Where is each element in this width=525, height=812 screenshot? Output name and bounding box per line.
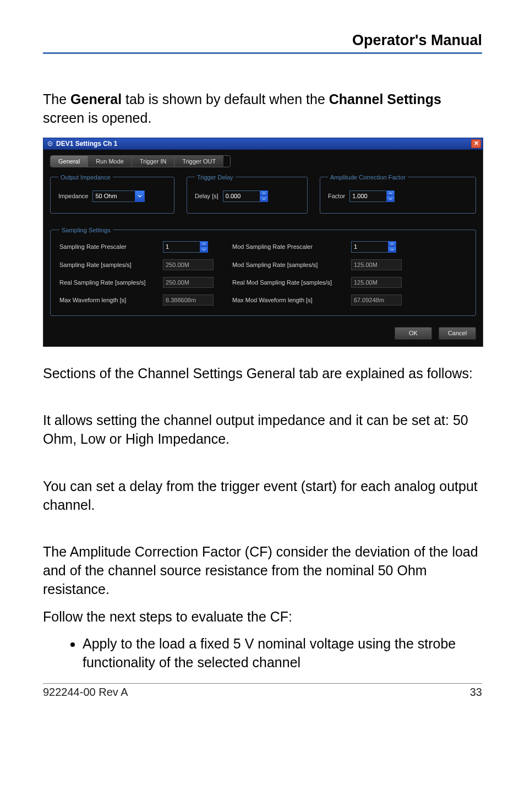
intro-bold1: General (70, 91, 122, 107)
group-legend: Sampling Settings (59, 227, 113, 233)
cancel-button[interactable]: Cancel (439, 327, 476, 340)
group-trigger-delay: Trigger Delay Delay [s] (187, 174, 308, 214)
spinner-buttons (200, 241, 208, 253)
dialog-body: General Run Mode Trigger IN Trigger OUT … (43, 150, 483, 347)
cf-steps-list: Apply to the load a fixed 5 V nominal vo… (43, 635, 482, 672)
samp-label: Mod Sampling Rate [samples/s] (232, 261, 348, 268)
mod-prescaler-value[interactable] (351, 241, 389, 253)
footer: 922244-00 Rev A 33 (43, 684, 482, 699)
delay-label: Delay [s] (195, 193, 218, 199)
intro-text: The (43, 91, 70, 107)
samp-label: Mod Sampling Rate Prescaler (232, 243, 348, 250)
dialog-title: DEV1 Settings Ch 1 (56, 140, 117, 148)
chevron-down-icon[interactable] (200, 247, 208, 253)
group-output-impedance: Output Impedance Impedance (50, 174, 174, 214)
spinner-buttons (260, 190, 268, 202)
para-cf-intro: Follow the next steps to evaluate the CF… (43, 608, 482, 626)
titlebar: DEV1 Settings Ch 1 ✕ (43, 138, 483, 150)
factor-label: Factor (328, 193, 345, 199)
delay-row: Delay [s] (195, 190, 299, 202)
para-delay: You can set a delay from the trigger eve… (43, 477, 482, 515)
group-legend: Amplitude Correction Factor (328, 174, 408, 181)
samp-label: Max Mod Waveform length [s] (232, 297, 348, 303)
tab-run-mode[interactable]: Run Mode (88, 156, 132, 167)
samp-label: Max Waveform length [s] (59, 297, 160, 303)
close-button[interactable]: ✕ (471, 139, 481, 148)
intro-text: screen is opened. (43, 110, 151, 126)
samp-label: Real Mod Sampling Rate [samples/s] (232, 279, 348, 286)
intro-text: tab is shown by default when the (122, 91, 329, 107)
tab-general[interactable]: General (51, 156, 88, 167)
tab-trigger-in[interactable]: Trigger IN (132, 156, 175, 167)
close-icon: ✕ (474, 140, 479, 146)
groups-row: Output Impedance Impedance Trigger Delay (50, 174, 476, 214)
max-mod-wave-len-value (351, 295, 402, 306)
intro-paragraph: The General tab is shown by default when… (43, 90, 482, 128)
factor-row: Factor (328, 190, 468, 202)
impedance-value[interactable] (92, 190, 135, 202)
settings-dialog: DEV1 Settings Ch 1 ✕ General Run Mode Tr… (43, 138, 483, 347)
factor-value[interactable] (349, 190, 387, 202)
samp-label: Sampling Rate [samples/s] (59, 261, 160, 268)
list-item: Apply to the load a fixed 5 V nominal vo… (83, 635, 482, 672)
delay-value[interactable] (223, 190, 260, 202)
spinner-buttons (386, 190, 395, 202)
factor-spinner[interactable] (349, 190, 395, 202)
para-cf: The Amplitude Correction Factor (CF) con… (43, 543, 482, 598)
gear-icon (47, 140, 53, 147)
delay-spinner[interactable] (223, 190, 268, 202)
chevron-down-icon[interactable] (386, 196, 395, 202)
samp-prescaler-value[interactable] (163, 241, 200, 253)
samp-label: Sampling Rate Prescaler (59, 243, 160, 250)
button-bar: OK Cancel (50, 327, 476, 340)
samp-label: Real Sampling Rate [samples/s] (59, 279, 160, 286)
spinner-buttons (388, 241, 396, 253)
impedance-row: Impedance (58, 190, 166, 202)
impedance-select[interactable] (92, 190, 145, 202)
real-mod-samp-rate-value (351, 277, 402, 288)
tab-strip: General Run Mode Trigger IN Trigger OUT (50, 155, 231, 167)
group-amplitude-correction: Amplitude Correction Factor Factor (320, 174, 476, 214)
samp-rate-value (163, 259, 214, 270)
max-wave-len-value (163, 295, 214, 306)
svg-point-1 (50, 143, 51, 144)
real-samp-rate-value (163, 277, 214, 288)
group-legend: Trigger Delay (195, 174, 236, 181)
group-legend: Output Impedance (58, 174, 113, 181)
chevron-down-icon[interactable] (388, 247, 396, 253)
intro-bold2: Channel Settings (329, 91, 441, 107)
footer-docid: 922244-00 Rev A (43, 686, 128, 699)
mod-samp-rate-value (351, 259, 402, 270)
sampling-grid: Sampling Rate Prescaler Mod Sampling Rat… (59, 241, 467, 306)
para-sections: Sections of the Channel Settings General… (43, 364, 482, 383)
header-rule (43, 52, 482, 54)
impedance-label: Impedance (58, 193, 88, 199)
page-header: Operator's Manual (43, 32, 482, 49)
group-sampling-settings: Sampling Settings Sampling Rate Prescale… (50, 227, 476, 316)
tab-trigger-out[interactable]: Trigger OUT (174, 156, 223, 167)
mod-prescaler-spinner[interactable] (351, 241, 406, 253)
ok-button[interactable]: OK (395, 327, 432, 340)
footer-page: 33 (470, 686, 482, 699)
samp-prescaler-spinner[interactable] (163, 241, 229, 253)
para-impedance: It allows setting the channel output imp… (43, 411, 482, 449)
chevron-down-icon[interactable] (260, 196, 268, 202)
chevron-down-icon[interactable] (135, 190, 145, 202)
